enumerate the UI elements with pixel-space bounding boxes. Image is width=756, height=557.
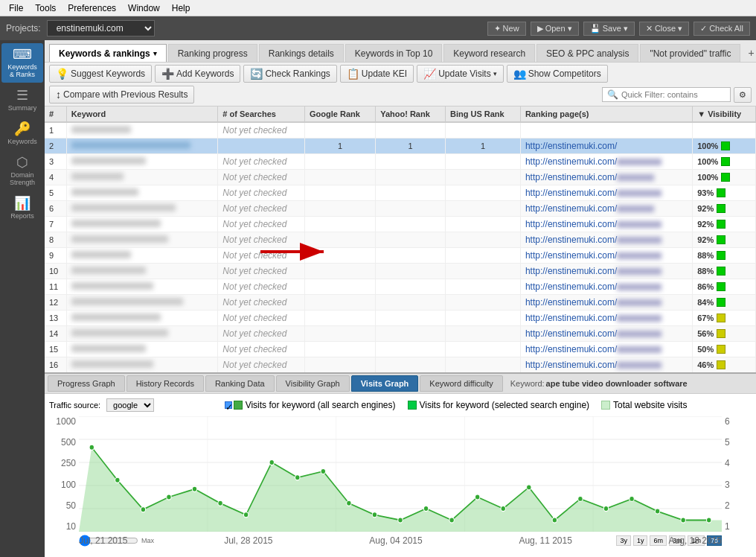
cell-url[interactable]: http://enstinemuki.com/ bbox=[520, 326, 692, 342]
table-row[interactable]: 15 Not yet checked http://enstinemuki.co… bbox=[45, 342, 756, 357]
tab-keywords-top10[interactable]: Keywords in Top 10 bbox=[345, 44, 443, 62]
tab-add-button[interactable]: + bbox=[742, 44, 756, 62]
visibility-badge: 100% bbox=[697, 157, 730, 166]
not-checked-text: Not yet checked bbox=[222, 281, 286, 292]
table-row[interactable]: 9 Not yet checked http://enstinemuki.com… bbox=[45, 248, 756, 264]
tab-keywords-rankings[interactable]: Keywords & rankings ▾ bbox=[49, 44, 167, 62]
sidebar-item-domain-strength[interactable]: ⬡ DomainStrength bbox=[1, 151, 43, 191]
cell-url[interactable]: http://enstinemuki.com/ bbox=[520, 217, 692, 232]
menu-tools[interactable]: Tools bbox=[29, 1, 62, 15]
quick-filter-input[interactable] bbox=[621, 90, 725, 99]
bottom-tab-visibility-graph[interactable]: Visibility Graph bbox=[276, 375, 350, 392]
save-button[interactable]: 💾 Save ▾ bbox=[583, 22, 635, 36]
cell-google bbox=[305, 342, 376, 357]
menu-file[interactable]: File bbox=[3, 1, 29, 15]
ranking-url[interactable]: http://enstinemuki.com/ bbox=[525, 156, 662, 167]
ranking-url[interactable]: http://enstinemuki.com/ bbox=[525, 344, 662, 354]
table-row[interactable]: 13 Not yet checked http://enstinemuki.co… bbox=[45, 311, 756, 326]
ranking-url[interactable]: http://enstinemuki.com/ bbox=[525, 297, 662, 308]
update-visits-button[interactable]: 📈 Update Visits ▾ bbox=[417, 65, 503, 83]
add-keywords-button[interactable]: ➕ Add Keywords bbox=[155, 65, 240, 83]
check-rankings-button[interactable]: 🔄 Check Rankings bbox=[243, 65, 336, 83]
menu-preferences[interactable]: Preferences bbox=[62, 1, 122, 15]
cell-url[interactable]: http://enstinemuki.com/ bbox=[520, 264, 692, 279]
keyword-blurred bbox=[71, 173, 124, 180]
tab-not-provided[interactable]: "Not provided" traffic bbox=[640, 44, 740, 62]
filter-options-button[interactable]: ⚙ bbox=[734, 87, 752, 103]
sidebar-item-reports[interactable]: 📊 Reports bbox=[1, 192, 43, 224]
chart-legend: ✓ Visits for keyword (all search engines… bbox=[160, 400, 752, 410]
ranking-url[interactable]: http://enstinemuki.com/ bbox=[525, 360, 662, 370]
check-all-button[interactable]: ✓ Check All bbox=[693, 22, 750, 36]
compare-previous-button[interactable]: ↕ Compare with Previous Results bbox=[49, 86, 194, 104]
visibility-badge: 67% bbox=[697, 313, 725, 322]
cell-google bbox=[305, 217, 376, 232]
tab-keyword-research[interactable]: Keyword research bbox=[443, 44, 535, 62]
table-row[interactable]: 3 Not yet checked http://enstinemuki.com… bbox=[45, 154, 756, 170]
ranking-url[interactable]: http://enstinemuki.com/ bbox=[525, 250, 662, 261]
ranking-url[interactable]: http://enstinemuki.com/ bbox=[525, 313, 662, 323]
open-button[interactable]: ▶ Open ▾ bbox=[531, 22, 579, 36]
cell-url[interactable]: http://enstinemuki.com/ bbox=[520, 185, 692, 201]
table-row[interactable]: 11 Not yet checked http://enstinemuki.co… bbox=[45, 279, 756, 295]
table-row[interactable]: 8 Not yet checked http://enstinemuki.com… bbox=[45, 232, 756, 248]
close-button[interactable]: ✕ Close ▾ bbox=[639, 22, 689, 36]
table-row[interactable]: 1 Not yet checked bbox=[45, 122, 756, 139]
keywords-table-container[interactable]: # Keyword # of Searches Google Rank Yaho… bbox=[45, 106, 756, 372]
tab-rankings-details[interactable]: Rankings details bbox=[259, 44, 344, 62]
table-row[interactable]: 12 Not yet checked http://enstinemuki.co… bbox=[45, 295, 756, 311]
bottom-tab-ranking-data[interactable]: Ranking Data bbox=[205, 375, 275, 392]
table-row[interactable]: 4 Not yet checked http://enstinemuki.com… bbox=[45, 170, 756, 185]
project-selector[interactable]: enstinemuki.com bbox=[47, 20, 155, 36]
cell-url[interactable]: http://enstinemuki.com/ bbox=[520, 139, 692, 154]
sidebar-item-keywords[interactable]: 🔑 Keywords bbox=[1, 118, 43, 150]
cell-url[interactable] bbox=[520, 122, 692, 139]
ranking-url[interactable]: http://enstinemuki.com/ bbox=[525, 141, 617, 151]
tab-ranking-progress[interactable]: Ranking progress bbox=[168, 44, 257, 62]
traffic-source-select[interactable]: google bbox=[106, 398, 154, 412]
update-kei-button[interactable]: 📋 Update KEI bbox=[340, 65, 414, 83]
cell-url[interactable]: http://enstinemuki.com/ bbox=[520, 342, 692, 357]
cell-url[interactable]: http://enstinemuki.com/ bbox=[520, 248, 692, 264]
table-row[interactable]: 14 Not yet checked http://enstinemuki.co… bbox=[45, 326, 756, 342]
new-button[interactable]: ✦ ✦ NewNew bbox=[487, 22, 526, 36]
cell-url[interactable]: http://enstinemuki.com/ bbox=[520, 311, 692, 326]
show-competitors-button[interactable]: 👥 Show Competitors bbox=[507, 65, 608, 83]
bottom-tab-progress-graph[interactable]: Progress Graph bbox=[48, 375, 125, 392]
bottom-tab-keyword-difficulty[interactable]: Keyword difficulty bbox=[420, 375, 502, 392]
cell-yahoo: 1 bbox=[376, 139, 446, 154]
sidebar-item-summary[interactable]: ☰ Summary bbox=[1, 84, 43, 116]
cell-google bbox=[305, 122, 376, 139]
ranking-url[interactable]: http://enstinemuki.com/ bbox=[525, 328, 662, 339]
cell-url[interactable]: http://enstinemuki.com/ bbox=[520, 295, 692, 311]
table-row[interactable]: 10 Not yet checked http://enstinemuki.co… bbox=[45, 264, 756, 279]
table-row[interactable]: 5 Not yet checked http://enstinemuki.com… bbox=[45, 185, 756, 201]
bottom-tab-visits-graph[interactable]: Visits Graph bbox=[351, 375, 419, 392]
sidebar-item-keywords-ranks[interactable]: ⌨ Keywords& Ranks bbox=[1, 43, 43, 83]
table-row[interactable]: 6 Not yet checked http://enstinemuki.com… bbox=[45, 201, 756, 217]
ranking-url[interactable]: http://enstinemuki.com/ bbox=[525, 203, 654, 214]
cell-url[interactable]: http://enstinemuki.com/ bbox=[520, 170, 692, 185]
legend-total-visits: Total website visits bbox=[601, 400, 687, 410]
ranking-url[interactable]: http://enstinemuki.com/ bbox=[525, 172, 654, 182]
cell-url[interactable]: http://enstinemuki.com/ bbox=[520, 357, 692, 373]
ranking-url[interactable]: http://enstinemuki.com/ bbox=[525, 219, 662, 229]
vis-dot bbox=[717, 360, 725, 369]
table-row[interactable]: 2 1 1 1 http://enstinemuki.com/ 100% bbox=[45, 139, 756, 154]
ranking-url[interactable]: http://enstinemuki.com/ bbox=[525, 266, 662, 276]
tab-seo-ppc[interactable]: SEO & PPC analysis bbox=[536, 44, 638, 62]
menu-window[interactable]: Window bbox=[122, 1, 166, 15]
table-row[interactable]: 7 Not yet checked http://enstinemuki.com… bbox=[45, 217, 756, 232]
ranking-url[interactable]: http://enstinemuki.com/ bbox=[525, 188, 662, 198]
menu-help[interactable]: Help bbox=[166, 1, 196, 15]
suggest-keywords-button[interactable]: 💡 Suggest Keywords bbox=[49, 65, 152, 83]
svg-point-15 bbox=[141, 507, 145, 512]
cell-url[interactable]: http://enstinemuki.com/ bbox=[520, 201, 692, 217]
cell-url[interactable]: http://enstinemuki.com/ bbox=[520, 154, 692, 170]
cell-url[interactable]: http://enstinemuki.com/ bbox=[520, 279, 692, 295]
ranking-url[interactable]: http://enstinemuki.com/ bbox=[525, 281, 662, 292]
ranking-url[interactable]: http://enstinemuki.com/ bbox=[525, 235, 662, 245]
cell-url[interactable]: http://enstinemuki.com/ bbox=[520, 232, 692, 248]
bottom-tab-history-records[interactable]: History Records bbox=[126, 375, 204, 392]
table-row[interactable]: 16 Not yet checked http://enstinemuki.co… bbox=[45, 357, 756, 373]
